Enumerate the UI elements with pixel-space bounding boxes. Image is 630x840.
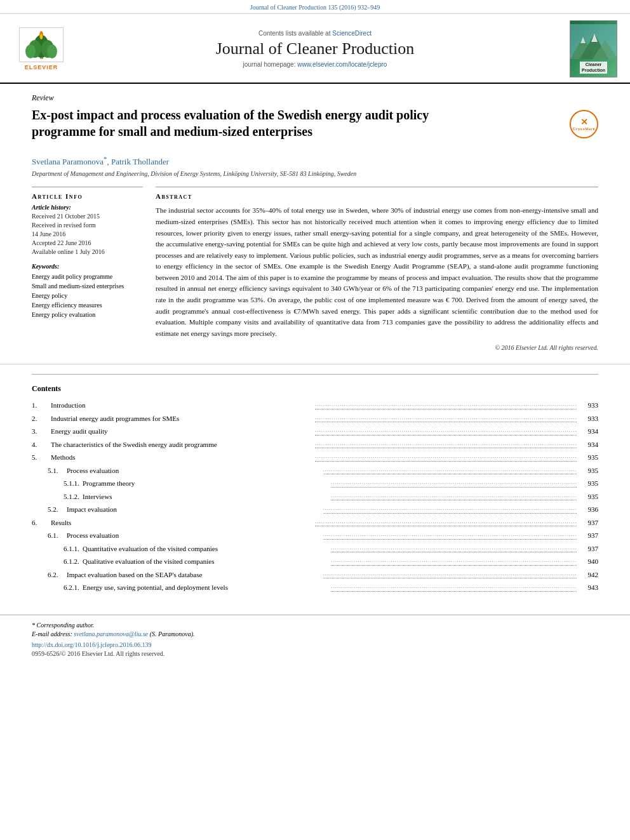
toc-page: 935 xyxy=(579,452,598,463)
toc-label: Energy audit quality xyxy=(51,426,312,437)
toc-page: 935 xyxy=(579,491,598,502)
contents-section: Contents 1.Introduction9332.Industrial e… xyxy=(0,384,630,608)
toc-dots xyxy=(331,554,577,566)
svg-point-4 xyxy=(25,44,36,58)
toc-item: 6.1.Process evaluation937 xyxy=(32,530,598,542)
toc-label: Quantitative evaluation of the visited c… xyxy=(83,543,328,554)
toc-item: 5.1.2.Interviews935 xyxy=(32,491,598,503)
toc-item: 3.Energy audit quality934 xyxy=(32,426,598,437)
toc-page: 937 xyxy=(579,530,598,541)
toc-item: 5.1.Process evaluation935 xyxy=(32,465,598,477)
toc-number: 1. xyxy=(32,400,51,411)
cleaner-production-badge: Cleaner Production xyxy=(570,20,617,77)
email-suffix: (S. Paramonova). xyxy=(150,630,195,637)
homepage-label: journal homepage: xyxy=(243,61,296,68)
authors-text: Svetlana Paramonova*, Patrik Thollander xyxy=(32,157,169,166)
toc-number: 5.1.2. xyxy=(64,491,83,502)
journal-header: ELSEVIER Contents lists available at Sci… xyxy=(0,14,630,84)
two-column-section: Article Info Article history: Received 2… xyxy=(32,187,598,351)
toc-dots xyxy=(323,528,577,540)
issn-line: 0959-6526/© 2016 Elsevier Ltd. All right… xyxy=(32,650,598,657)
homepage-url[interactable]: www.elsevier.com/locate/jclepro xyxy=(297,61,387,68)
toc-dots xyxy=(331,542,577,553)
toc-page: 933 xyxy=(579,400,598,411)
toc-dots xyxy=(315,411,577,423)
toc-label: Interviews xyxy=(83,491,328,502)
toc-dots xyxy=(315,516,577,527)
keyword-5: Energy policy evaluation xyxy=(32,310,143,319)
journal-homepage: journal homepage: www.elsevier.com/locat… xyxy=(83,61,547,68)
toc-item: 5.2.Impact evaluation936 xyxy=(32,504,598,516)
toc-dots xyxy=(315,437,577,449)
toc-dots xyxy=(315,450,577,462)
toc-page: 940 xyxy=(579,556,598,567)
email-address[interactable]: svetlana.paramonova@liu.se xyxy=(74,630,148,637)
keyword-4: Energy efficiency measures xyxy=(32,300,143,310)
keywords-label: Keywords: xyxy=(32,263,143,270)
toc-label: Qualitative evaluation of the visited co… xyxy=(83,556,328,567)
contents-title: Contents xyxy=(32,384,598,394)
toc-number: 6.1. xyxy=(48,530,67,541)
toc-dots xyxy=(315,424,577,436)
toc-label: Industrial energy audit programmes for S… xyxy=(51,413,312,424)
badge-line1: Cleaner xyxy=(586,62,602,67)
toc-item: 5.Methods935 xyxy=(32,452,598,463)
journal-header-center: Contents lists available at ScienceDirec… xyxy=(70,30,560,68)
toc-page: 937 xyxy=(579,543,598,554)
section-label: Review xyxy=(32,93,598,103)
toc-dots xyxy=(331,580,577,592)
toc-item: 6.1.2.Qualitative evaluation of the visi… xyxy=(32,556,598,568)
copyright-line: © 2016 Elsevier Ltd. All rights reserved… xyxy=(156,344,598,351)
toc-label: Process evaluation xyxy=(67,530,321,541)
toc-page: 934 xyxy=(579,426,598,437)
received-date: Received 21 October 2015 xyxy=(32,212,143,221)
toc-dots xyxy=(323,568,577,579)
toc-container: 1.Introduction9332.Industrial energy aud… xyxy=(32,400,598,594)
sciencedirect-prefix: Contents lists available at xyxy=(258,30,330,37)
toc-number: 4. xyxy=(32,439,51,450)
journal-header-right: Cleaner Production xyxy=(560,20,617,77)
toc-number: 6. xyxy=(32,517,51,528)
toc-label: Process evaluation xyxy=(67,465,321,476)
sciencedirect-link[interactable]: ScienceDirect xyxy=(332,30,372,37)
crossmark-badge[interactable]: ✕ CrossMark xyxy=(570,110,598,138)
badge-text: Cleaner Production xyxy=(580,62,607,74)
toc-page: 935 xyxy=(579,478,598,489)
toc-number: 6.2. xyxy=(48,570,67,580)
toc-number: 5.1. xyxy=(48,465,67,476)
email-label: E-mail address: xyxy=(32,630,72,637)
revised-date: 14 June 2016 xyxy=(32,230,143,239)
toc-number: 6.1.1. xyxy=(64,543,83,554)
crossmark-label: CrossMark xyxy=(573,127,596,131)
doi-link[interactable]: http://dx.doi.org/10.1016/j.jclepro.2016… xyxy=(32,641,598,648)
toc-item: 4.The characteristics of the Swedish ene… xyxy=(32,439,598,451)
elsevier-logo: ELSEVIER xyxy=(13,27,70,70)
crossmark-cross-icon: ✕ xyxy=(580,118,588,127)
footer-section: * Corresponding author. E-mail address: … xyxy=(0,615,630,667)
toc-label: Energy use, saving potential, and deploy… xyxy=(83,582,328,593)
badge-line2: Production xyxy=(582,68,605,72)
toc-page: 933 xyxy=(579,413,598,424)
abstract-panel: Abstract The industrial sector accounts … xyxy=(156,187,598,351)
article-title: Ex-post impact and process evaluation of… xyxy=(32,107,438,140)
keyword-1: Energy audit policy programme xyxy=(32,272,143,281)
toc-label: Methods xyxy=(51,452,312,463)
abstract-title: Abstract xyxy=(156,192,598,200)
sciencedirect-line: Contents lists available at ScienceDirec… xyxy=(83,30,547,37)
corresponding-author-note: * Corresponding author. xyxy=(32,622,598,629)
svg-point-5 xyxy=(47,44,57,58)
toc-label: Impact evaluation based on the SEAP's da… xyxy=(67,570,321,580)
toc-dots xyxy=(323,463,577,475)
toc-page: 942 xyxy=(579,570,598,580)
elsevier-tree-icon xyxy=(19,27,64,62)
toc-number: 5.2. xyxy=(48,504,67,515)
toc-number: 2. xyxy=(32,413,51,424)
toc-number: 6.2.1. xyxy=(64,582,83,593)
available-date: Available online 1 July 2016 xyxy=(32,248,143,257)
toc-item: 6.2.1.Energy use, saving potential, and … xyxy=(32,582,598,594)
article-history-group: Article history: Received 21 October 201… xyxy=(32,204,143,257)
toc-dots xyxy=(331,490,577,501)
toc-item: 6.2.Impact evaluation based on the SEAP'… xyxy=(32,570,598,581)
journal-title: Journal of Cleaner Production xyxy=(83,39,547,58)
toc-label: Impact evaluation xyxy=(67,504,321,515)
